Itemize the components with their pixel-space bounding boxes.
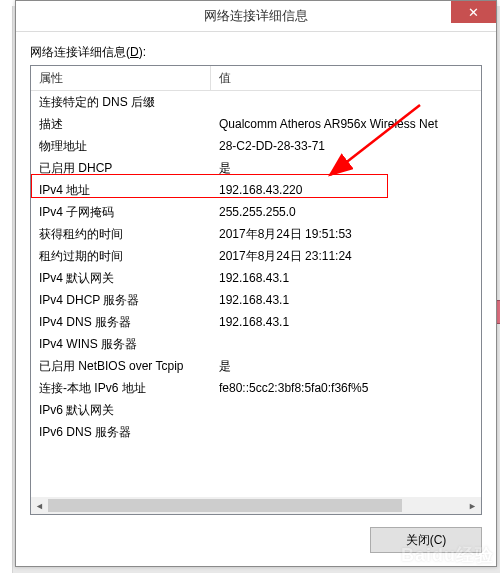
cell-value: 2017年8月24日 19:51:53 [211,226,481,243]
cell-value: 192.168.43.220 [211,183,481,197]
cell-property: IPv4 默认网关 [31,270,211,287]
list-row[interactable]: 已启用 DHCP是 [31,157,481,179]
list-row[interactable]: 连接特定的 DNS 后缀 [31,91,481,113]
dialog-title: 网络连接详细信息 [204,7,308,25]
section-label-suffix: ): [139,45,146,59]
cell-property: IPv4 地址 [31,182,211,199]
cell-property: 已启用 NetBIOS over Tcpip [31,358,211,375]
list-row[interactable]: 连接-本地 IPv6 地址fe80::5cc2:3bf8:5fa0:f36f%5 [31,377,481,399]
horizontal-scrollbar[interactable]: ◄ ► [31,497,481,514]
cell-property: IPv6 默认网关 [31,402,211,419]
close-icon: ✕ [468,5,479,20]
details-listview[interactable]: 属性 值 连接特定的 DNS 后缀描述Qualcomm Atheros AR95… [30,65,482,515]
list-header: 属性 值 [31,66,481,91]
cell-value: 192.168.43.1 [211,293,481,307]
cell-property: IPv4 DNS 服务器 [31,314,211,331]
list-row[interactable]: IPv6 默认网关 [31,399,481,421]
section-label-hotkey: D [130,45,139,59]
cell-value: 192.168.43.1 [211,315,481,329]
cell-value: 是 [211,160,481,177]
scroll-left-button[interactable]: ◄ [31,497,48,514]
cell-property: 物理地址 [31,138,211,155]
cell-value: fe80::5cc2:3bf8:5fa0:f36f%5 [211,381,481,395]
cell-property: 已启用 DHCP [31,160,211,177]
cell-value: 是 [211,358,481,375]
cell-value: Qualcomm Atheros AR956x Wireless Net [211,117,481,131]
list-row[interactable]: IPv4 子网掩码255.255.255.0 [31,201,481,223]
button-row: 关闭(C) [30,515,482,553]
list-row[interactable]: IPv4 WINS 服务器 [31,333,481,355]
close-button[interactable]: 关闭(C) [370,527,482,553]
cell-property: 获得租约的时间 [31,226,211,243]
list-body: 连接特定的 DNS 后缀描述Qualcomm Atheros AR956x Wi… [31,91,481,497]
column-header-value[interactable]: 值 [211,66,481,90]
cell-property: 连接特定的 DNS 后缀 [31,94,211,111]
cell-property: IPv4 子网掩码 [31,204,211,221]
cell-value: 255.255.255.0 [211,205,481,219]
list-row[interactable]: IPv4 地址192.168.43.220 [31,179,481,201]
list-row[interactable]: 已启用 NetBIOS over Tcpip是 [31,355,481,377]
scroll-right-button[interactable]: ► [464,497,481,514]
scroll-thumb[interactable] [48,499,402,512]
cell-property: IPv4 WINS 服务器 [31,336,211,353]
section-label: 网络连接详细信息(D): [30,44,482,61]
window-close-button[interactable]: ✕ [451,1,496,23]
cell-value: 28-C2-DD-28-33-71 [211,139,481,153]
section-label-prefix: 网络连接详细信息( [30,45,130,59]
network-details-dialog: 网络连接详细信息 ✕ 网络连接详细信息(D): 属性 值 连接特定的 DNS 后… [15,0,497,567]
titlebar: 网络连接详细信息 ✕ [16,1,496,32]
scroll-track[interactable] [48,497,464,514]
list-row[interactable]: IPv4 默认网关192.168.43.1 [31,267,481,289]
cell-property: IPv4 DHCP 服务器 [31,292,211,309]
list-row[interactable]: 描述Qualcomm Atheros AR956x Wireless Net [31,113,481,135]
cell-property: 连接-本地 IPv6 地址 [31,380,211,397]
list-row[interactable]: IPv4 DHCP 服务器192.168.43.1 [31,289,481,311]
list-row[interactable]: 物理地址28-C2-DD-28-33-71 [31,135,481,157]
list-row[interactable]: IPv4 DNS 服务器192.168.43.1 [31,311,481,333]
list-row[interactable]: 获得租约的时间2017年8月24日 19:51:53 [31,223,481,245]
list-row[interactable]: IPv6 DNS 服务器 [31,421,481,443]
dialog-body: 网络连接详细信息(D): 属性 值 连接特定的 DNS 后缀描述Qualcomm… [16,32,496,566]
cell-property: 租约过期的时间 [31,248,211,265]
list-row[interactable]: 租约过期的时间2017年8月24日 23:11:24 [31,245,481,267]
background-panel [0,0,13,573]
cell-property: 描述 [31,116,211,133]
cell-value: 192.168.43.1 [211,271,481,285]
column-header-property[interactable]: 属性 [31,66,211,90]
cell-value: 2017年8月24日 23:11:24 [211,248,481,265]
cell-property: IPv6 DNS 服务器 [31,424,211,441]
